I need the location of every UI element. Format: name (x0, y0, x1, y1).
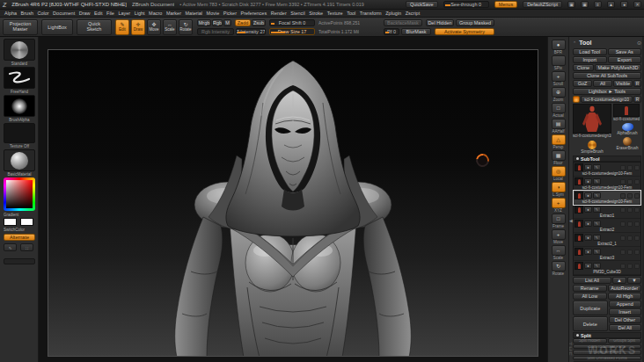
canvas-area[interactable] (39, 37, 547, 362)
move-mode-button[interactable]: ✥Move (147, 19, 161, 35)
visibility-eye-icon[interactable]: ● (584, 192, 592, 199)
right-shelf-icon[interactable]: + (552, 71, 566, 82)
right-shelf-item[interactable]: ● BPR (552, 40, 566, 54)
menu-item[interactable]: Picker (223, 11, 237, 16)
right-shelf-item[interactable]: ⊕ Zoom (552, 87, 566, 102)
polypaint-brush-icon[interactable]: ✎ (593, 178, 601, 185)
menu-item[interactable]: Layer (118, 11, 130, 16)
visibility-eye-icon[interactable]: ● (584, 178, 592, 185)
subtool-thumbnail[interactable] (574, 220, 583, 228)
right-shelf-icon[interactable]: ● (552, 40, 566, 50)
menu-item[interactable]: Texture (327, 11, 343, 16)
polypaint-brush-icon[interactable]: ✎ (593, 164, 601, 170)
subtool-mini-toggle[interactable] (620, 165, 626, 170)
split-hidden-button[interactable]: Split Hidden (573, 338, 607, 344)
alternate-button[interactable]: Alternate (4, 234, 35, 241)
menu-item[interactable]: Macro (149, 11, 162, 16)
subtool-mini-toggle[interactable] (620, 250, 626, 255)
right-shelf-item[interactable]: ▦ Floor (552, 150, 566, 165)
polypaint-brush-icon[interactable]: ✎ (593, 249, 601, 255)
edit-mode-button[interactable]: ✎Edit (115, 19, 129, 35)
menus-toggle[interactable]: Menus (494, 1, 518, 8)
load-tool-button[interactable]: Load Tool (573, 48, 607, 55)
menu-item[interactable]: Stroke (309, 11, 323, 16)
subtool-mini-toggle[interactable] (620, 207, 626, 213)
menu-item[interactable]: Alpha (4, 11, 17, 16)
subtool-up-button[interactable]: ▲ (612, 277, 626, 284)
subtool-thumbnail[interactable] (574, 262, 583, 270)
subtool-thumbnail[interactable] (574, 206, 583, 214)
menu-item[interactable]: Material (186, 11, 203, 16)
make-polymesh3d-button[interactable]: Make PolyMesh3D (595, 64, 641, 71)
subtool-mini-toggle[interactable] (634, 165, 640, 170)
del-all-button[interactable]: Del All (609, 324, 642, 331)
insert-button[interactable]: Insert (609, 308, 642, 315)
right-shelf-icon[interactable] (552, 55, 566, 66)
menu-item[interactable]: Transform (360, 11, 382, 16)
lightbox-tools-button[interactable]: Lightbox ► Tools (573, 88, 641, 95)
quick-pick-circle-icon[interactable]: ⊙ (637, 40, 641, 46)
subtool-mini-toggle[interactable] (634, 250, 640, 255)
color-picker[interactable] (4, 177, 35, 211)
right-shelf-icon[interactable]: ↔ (552, 245, 566, 256)
left-palette-slider[interactable] (4, 258, 35, 264)
m-button[interactable]: M (223, 19, 231, 26)
scale-mode-button[interactable]: ↔Scale (163, 19, 177, 35)
draw-mode-button[interactable]: ✛Draw (131, 19, 145, 35)
menu-item[interactable]: Zplugin (385, 11, 401, 16)
right-shelf-item[interactable]: △ Persp (552, 134, 566, 149)
subtool-mini-toggle[interactable] (627, 264, 633, 269)
visibility-eye-icon[interactable]: ● (584, 221, 592, 227)
right-shelf-item[interactable]: □ Frame (552, 214, 566, 228)
del-other-button[interactable]: Del Other (609, 316, 642, 323)
focal-shift-slider[interactable]: Focal Shift 0 (269, 19, 315, 26)
subtool-row[interactable]: ● ✎ Extract3 (574, 247, 640, 261)
secondary-color-swatch[interactable] (20, 218, 33, 226)
menu-item[interactable]: Marker (166, 11, 181, 16)
rf-slider[interactable]: Rf 0 (384, 28, 399, 35)
subtool-mini-toggle[interactable] (634, 235, 640, 241)
zadd-button[interactable]: Zadd (235, 19, 251, 26)
rotate-mode-button[interactable]: ↻Rotate (179, 19, 193, 35)
right-shelf-item[interactable]: + XYZ (552, 198, 566, 213)
import-button[interactable]: Import (573, 56, 607, 63)
duplicate-button[interactable]: Duplicate (573, 300, 608, 315)
menu-item[interactable]: Zscript (406, 11, 421, 16)
auto-reorder-button[interactable]: AutoReorder (608, 285, 642, 292)
clone-button[interactable]: Clone (573, 64, 594, 71)
right-shelf-icon[interactable]: □ (552, 103, 566, 113)
subtool-row[interactable]: ● ✎ Extract2 (574, 219, 640, 233)
subtool-mini-toggle[interactable] (627, 165, 633, 170)
visibility-eye-icon[interactable]: ● (584, 164, 592, 170)
goz-all-button[interactable]: All (593, 80, 612, 87)
right-shelf-item[interactable]: ↻ Rotate (552, 261, 566, 276)
subtool-thumbnail[interactable] (574, 248, 583, 256)
backface-mask-button[interactable]: BackfaceMask (384, 19, 422, 26)
right-shelf-icon[interactable]: △ (552, 134, 566, 145)
rgb-intensity-slider[interactable]: Rgb Intensity (197, 28, 234, 35)
right-shelf-item[interactable]: ▤ AAHalf (552, 119, 566, 134)
panel-collapse-arrow-icon[interactable]: ◀ (569, 218, 573, 223)
polypaint-brush-icon[interactable]: ✎ (593, 235, 601, 241)
right-shelf-item[interactable]: ↔ Scale (552, 245, 566, 260)
menu-item[interactable]: Stencil (290, 11, 305, 16)
subtool-row[interactable]: ● ✎ PM3D_Cube3D (574, 261, 640, 275)
subtool-row[interactable]: ● ✎ Extract1 (574, 205, 640, 219)
subtool-mini-toggle[interactable] (620, 179, 626, 185)
right-shelf-icon[interactable]: + (552, 229, 566, 240)
recent-tool-thumbnail[interactable] (613, 104, 640, 117)
active-tool-name[interactable]: sci-fi-costumedesign10 (581, 96, 633, 103)
right-shelf-icon[interactable]: ⊕ (552, 87, 566, 98)
draw-size-slider[interactable]: Draw Size 17 (269, 28, 315, 35)
palette-collapse-icon[interactable]: ⌃ (573, 40, 576, 46)
subtool-down-button[interactable]: ▼ (627, 277, 641, 284)
menu-item[interactable]: Draw (79, 11, 91, 16)
maximize-icon[interactable]: ▲ (607, 1, 615, 8)
split-unmasked-button[interactable]: Split Unmasked Points (573, 356, 641, 361)
visibility-eye-icon[interactable]: ● (584, 206, 592, 213)
append-button[interactable]: Append (609, 300, 642, 308)
polypaint-brush-icon[interactable]: ✎ (593, 192, 601, 199)
right-shelf-icon[interactable]: ◎ (552, 166, 566, 177)
rgb-button[interactable]: Rgb (212, 19, 223, 26)
right-shelf-item[interactable]: ◑ L.Sym (552, 182, 566, 197)
